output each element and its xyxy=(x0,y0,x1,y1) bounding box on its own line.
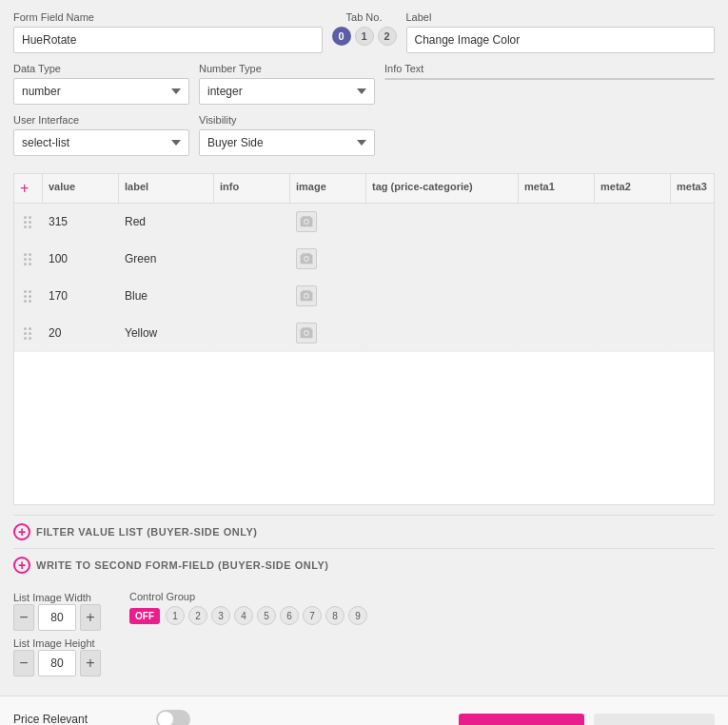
row-meta2 xyxy=(595,243,671,275)
row-3: User Interface select-list Visibility Bu… xyxy=(13,114,715,156)
row-meta1 xyxy=(519,243,595,275)
height-minus-button[interactable]: − xyxy=(13,650,34,676)
write-to-form-field-row[interactable]: + WRITE TO SECOND FORM-FIELD (BUYER-SIDE… xyxy=(13,548,715,581)
row-value: 315 xyxy=(43,206,119,238)
row-image[interactable] xyxy=(290,205,366,239)
info-text-label: Info Text xyxy=(384,63,715,74)
row-tag xyxy=(366,317,519,349)
control-group-section: Control Group OFF 1 2 3 4 5 6 7 8 9 xyxy=(129,591,367,625)
row-image[interactable] xyxy=(290,279,366,313)
bottom-controls: List Image Width − 80 + List Image Heigh… xyxy=(0,581,728,686)
th-meta1: meta1 xyxy=(519,174,595,203)
width-value: 80 xyxy=(38,604,76,631)
empty-table-space xyxy=(14,352,714,504)
add-row-button[interactable]: + xyxy=(20,181,29,196)
ctrl-circle-6[interactable]: 6 xyxy=(280,606,299,625)
ctrl-circle-2[interactable]: 2 xyxy=(188,606,207,625)
width-input-row: − 80 + xyxy=(13,604,101,631)
table-row: 20 Yellow 🗑 xyxy=(14,315,714,352)
data-type-select[interactable]: number xyxy=(13,78,189,105)
width-plus-button[interactable]: + xyxy=(80,604,101,631)
write-to-label: WRITE TO SECOND FORM-FIELD (BUYER-SIDE O… xyxy=(36,559,328,571)
row-meta3 xyxy=(671,317,728,349)
ctrl-circle-7[interactable]: 7 xyxy=(303,606,322,625)
image-width-group: List Image Width − 80 + xyxy=(13,591,101,631)
data-type-group: Data Type number xyxy=(13,63,189,105)
th-tag: tag (price-categorie) xyxy=(366,174,519,203)
footer: Price Relevant Long Running /Update Thum… xyxy=(0,696,728,725)
row-meta2 xyxy=(595,317,671,349)
ui-group: User Interface select-list xyxy=(13,114,189,156)
visibility-group: Visibility Buyer Side xyxy=(199,114,375,156)
tab-no-group: Tab No. 0 1 2 xyxy=(332,11,397,46)
filter-plus-icon: + xyxy=(13,523,30,540)
row-tag xyxy=(366,280,519,312)
tab-1[interactable]: 1 xyxy=(355,27,374,46)
tab-circles: 0 1 2 xyxy=(332,27,397,46)
ui-select[interactable]: select-list xyxy=(13,129,189,156)
control-group-label: Control Group xyxy=(129,591,367,602)
image-height-group: List Image Height − 80 + xyxy=(13,637,101,676)
row-1: Form Field Name Tab No. 0 1 2 Label xyxy=(13,11,715,53)
price-relevant-toggle[interactable] xyxy=(156,710,190,725)
row-info xyxy=(214,243,290,275)
row-tag xyxy=(366,243,519,275)
tab-0[interactable]: 0 xyxy=(332,27,351,46)
drag-handle[interactable] xyxy=(14,317,43,349)
row-image[interactable] xyxy=(290,316,366,350)
th-label: label xyxy=(119,174,214,203)
width-minus-button[interactable]: − xyxy=(13,604,34,631)
row-meta3 xyxy=(671,243,728,275)
top-section: Form Field Name Tab No. 0 1 2 Label Data… xyxy=(0,0,728,173)
row-meta3 xyxy=(671,280,728,312)
th-add: + xyxy=(14,174,43,203)
cancel-button[interactable]: CANCEL xyxy=(594,714,715,725)
footer-left: Price Relevant Long Running /Update Thum… xyxy=(13,710,190,725)
price-relevant-label: Price Relevant xyxy=(13,713,147,725)
controls-row: List Image Width − 80 + List Image Heigh… xyxy=(13,591,715,676)
th-value: value xyxy=(43,174,119,203)
height-input-row: − 80 + xyxy=(13,650,101,676)
ctrl-circle-8[interactable]: 8 xyxy=(325,606,344,625)
ok-button[interactable]: OK xyxy=(459,714,584,725)
label-input[interactable] xyxy=(406,27,716,53)
drag-handle[interactable] xyxy=(14,280,43,312)
off-toggle[interactable]: OFF xyxy=(129,608,160,624)
ctrl-circle-3[interactable]: 3 xyxy=(211,606,230,625)
th-meta2: meta2 xyxy=(595,174,671,203)
label-group: Label xyxy=(406,11,716,53)
filter-section: + FILTER VALUE LIST (BUYER-SIDE ONLY) + … xyxy=(13,515,715,581)
row-value: 20 xyxy=(43,317,119,349)
row-tag xyxy=(366,206,519,238)
write-plus-icon: + xyxy=(13,557,30,574)
number-type-label: Number Type xyxy=(199,63,375,74)
number-type-select[interactable]: integer xyxy=(199,78,375,105)
visibility-label: Visibility xyxy=(199,114,375,126)
row-image[interactable] xyxy=(290,242,366,276)
drag-handle[interactable] xyxy=(14,243,43,275)
ctrl-circle-9[interactable]: 9 xyxy=(348,606,367,625)
th-image: image xyxy=(290,174,366,203)
control-group-row: OFF 1 2 3 4 5 6 7 8 9 xyxy=(129,606,367,625)
row-value: 100 xyxy=(43,243,119,275)
image-size-group: List Image Width − 80 + List Image Heigh… xyxy=(13,591,101,676)
ctrl-circle-1[interactable]: 1 xyxy=(166,606,185,625)
info-text-group: Info Text xyxy=(384,63,715,80)
table-row: 100 Green 🗑 xyxy=(14,241,714,278)
height-plus-button[interactable]: + xyxy=(80,650,101,676)
filter-value-list-row[interactable]: + FILTER VALUE LIST (BUYER-SIDE ONLY) xyxy=(13,515,715,548)
row-info xyxy=(214,206,290,238)
drag-handle[interactable] xyxy=(14,206,43,238)
th-meta3: meta3 xyxy=(671,174,728,203)
info-text-area[interactable] xyxy=(384,78,715,80)
height-value: 80 xyxy=(38,650,76,676)
ctrl-circle-4[interactable]: 4 xyxy=(234,606,253,625)
ctrl-circle-5[interactable]: 5 xyxy=(257,606,276,625)
row-meta1 xyxy=(519,280,595,312)
visibility-select[interactable]: Buyer Side xyxy=(199,129,375,156)
th-info: info xyxy=(214,174,290,203)
tab-no-label: Tab No. xyxy=(346,11,383,23)
form-field-name-input[interactable] xyxy=(13,27,323,53)
tab-2[interactable]: 2 xyxy=(378,27,397,46)
values-table: + value label info image tag (price-cate… xyxy=(13,173,715,505)
